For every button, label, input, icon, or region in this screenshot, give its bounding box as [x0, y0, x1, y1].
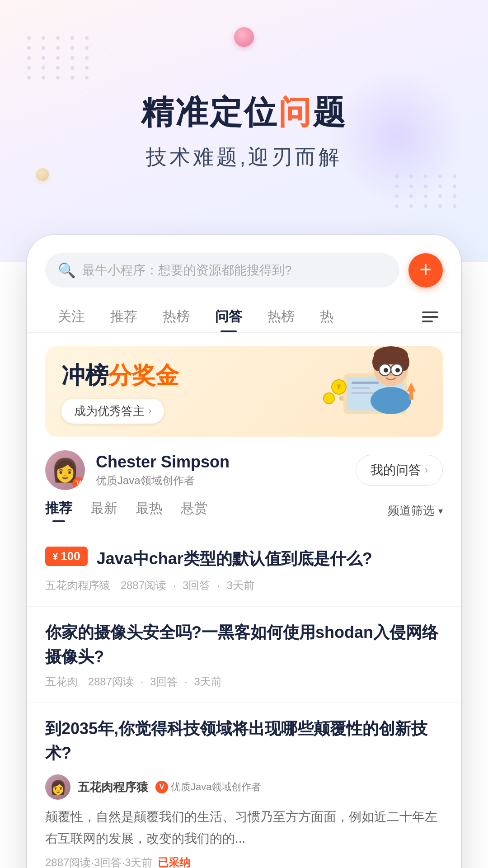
tab-recommend[interactable]: 推荐 [98, 301, 150, 332]
banner-illustration: ¥ [298, 346, 443, 437]
svg-rect-4 [352, 387, 370, 389]
question-item[interactable]: 你家的摄像头安全吗?一黑客如何使用shodan入侵网络摄像头? 五花肉 2887… [27, 607, 461, 703]
svg-point-13 [395, 368, 400, 373]
search-placeholder: 最牛小程序：想要的资源都能搜得到? [82, 262, 292, 279]
adopted-badge: 已采纳 [158, 855, 190, 868]
question-item[interactable]: ¥ 100 Java中char类型的默认值到底是什么? 五花肉程序猿 2887阅… [27, 533, 461, 607]
v-icon: V [155, 781, 168, 793]
my-answers-button[interactable]: 我的问答 › [356, 455, 443, 486]
tab-qa[interactable]: 问答 [202, 301, 255, 332]
question-title-row: ¥ 100 Java中char类型的默认值到底是什么? [45, 547, 443, 571]
search-area: 🔍 最牛小程序：想要的资源都能搜得到? + [27, 235, 461, 297]
banner-text-area: 冲榜分奖金 成为优秀答主 › [45, 349, 195, 434]
phone-frame: 🔍 最牛小程序：想要的资源都能搜得到? + 关注 推荐 热榜 [27, 235, 461, 868]
nav-tabs: 关注 推荐 热榜 问答 热榜 热 [27, 297, 461, 333]
chevron-down-icon: ▾ [438, 505, 443, 516]
banner-button[interactable]: 成为优秀答主 › [61, 399, 164, 424]
sub-tabs: 推荐 最新 最热 悬赏 频道筛选 ▾ [45, 499, 443, 522]
hamburger-line-3 [422, 321, 433, 322]
chevron-right-icon: › [148, 405, 151, 417]
answer-preview: 颠覆性，自然是颠覆我们的生活、习惯乃至方方面面，例如近二十年左右互联网的发展，改… [45, 806, 443, 849]
answer-username: 五花肉程序猿 [78, 779, 148, 795]
svg-text:¥: ¥ [337, 383, 341, 391]
subtab-latest[interactable]: 最新 [90, 499, 117, 522]
question-meta: 五花肉 2887阅读 · 3回答 · 3天前 [45, 675, 443, 689]
hero-title-main: 精准定位问题 [141, 91, 347, 134]
search-box[interactable]: 🔍 最牛小程序：想要的资源都能搜得到? [45, 253, 399, 288]
cartoon-svg: ¥ [312, 346, 429, 437]
hero-decorative-ball-small [36, 168, 49, 181]
hero-title-sub: 技术难题,迎刃而解 [146, 143, 343, 171]
add-button[interactable]: + [408, 253, 443, 288]
hero-decorative-ball [234, 27, 254, 47]
phone-container: 🔍 最牛小程序：想要的资源都能搜得到? + 关注 推荐 热榜 [0, 235, 488, 868]
tab-follow[interactable]: 关注 [45, 301, 98, 332]
svg-rect-3 [352, 382, 379, 384]
banner-title: 冲榜分奖金 [61, 360, 179, 392]
answer-avatar: 👩 [45, 774, 70, 800]
subtab-bounty[interactable]: 悬赏 [181, 499, 208, 522]
svg-point-19 [324, 393, 334, 404]
channel-filter-button[interactable]: 频道筛选 ▾ [388, 503, 443, 519]
tab-hot2[interactable]: 热榜 [255, 301, 307, 332]
bounty-badge: ¥ 100 [45, 547, 88, 566]
hamburger-menu[interactable] [418, 305, 443, 329]
user-profile-row: 👩 V Chester Simpson 优质Java领域创作者 我的问答 › [45, 450, 443, 490]
user-info: Chester Simpson 优质Java领域创作者 [96, 453, 345, 488]
search-icon: 🔍 [58, 262, 76, 279]
svg-point-12 [384, 368, 388, 373]
banner[interactable]: 冲榜分奖金 成为优秀答主 › [45, 346, 443, 437]
question-title: Java中char类型的默认值到底是什么? [97, 547, 372, 571]
question-meta: 五花肉程序猿 2887阅读 · 3回答 · 3天前 [45, 578, 443, 593]
avatar: 👩 V [45, 450, 85, 490]
hero-dot-grid-left [27, 36, 93, 80]
tab-hot1[interactable]: 热榜 [150, 301, 202, 332]
subtab-recommend[interactable]: 推荐 [45, 499, 72, 522]
chevron-right-icon: › [425, 464, 428, 476]
plus-icon: + [419, 259, 432, 280]
tab-hot3[interactable]: 热 [307, 301, 346, 332]
hamburger-line-1 [422, 311, 438, 313]
user-tag: 优质Java领域创作者 [96, 473, 345, 488]
subtab-hottest[interactable]: 最热 [136, 499, 163, 522]
question-title: 你家的摄像头安全吗?一黑客如何使用shodan入侵网络摄像头? [45, 620, 443, 669]
answer-verified: V 优质Java领域创作者 [155, 780, 261, 794]
svg-point-16 [371, 387, 411, 414]
answer-user-row: 👩 五花肉程序猿 V 优质Java领域创作者 [45, 774, 443, 800]
hero-glow [330, 68, 465, 203]
question-item[interactable]: 到2035年,你觉得科技领域将出现哪些颠覆性的创新技术? 👩 五花肉程序猿 V … [27, 703, 461, 868]
hamburger-line-2 [422, 316, 438, 318]
user-name: Chester Simpson [96, 453, 345, 472]
verified-badge: V [72, 477, 85, 490]
svg-point-15 [389, 373, 393, 376]
question-title: 到2035年,你觉得科技领域将出现哪些颠覆性的创新技术? [45, 717, 443, 765]
answer-meta: 2887阅读 · 3回答 · 3天前 已采纳 [45, 855, 443, 868]
hero-section: 精准定位问题 技术难题,迎刃而解 [0, 0, 488, 262]
